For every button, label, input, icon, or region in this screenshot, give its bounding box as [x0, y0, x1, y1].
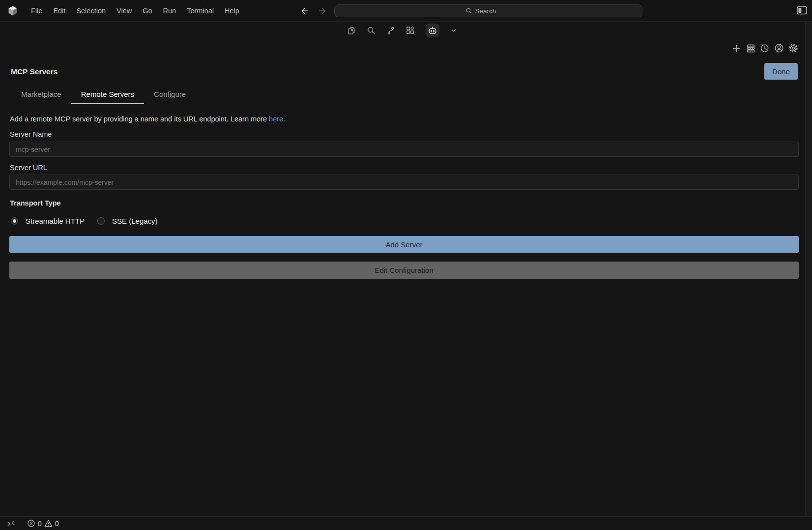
done-button[interactable]: Done [764, 63, 798, 80]
menu-terminal[interactable]: Terminal [181, 7, 219, 15]
menu-edit[interactable]: Edit [48, 7, 71, 15]
warning-icon [44, 519, 53, 528]
tab-marketplace[interactable]: Marketplace [11, 84, 71, 104]
menu-file[interactable]: File [26, 7, 48, 15]
app-window: File Edit Selection View Go Run Terminal… [0, 0, 812, 530]
page-title: MCP Servers [11, 67, 58, 76]
tabs: Marketplace Remote Servers Configure [11, 84, 196, 104]
edit-configuration-button[interactable]: Edit Configuration [9, 262, 799, 279]
server-url-label: Server URL [10, 164, 47, 172]
extensions-icon[interactable] [406, 26, 415, 35]
mcp-robot-icon[interactable] [426, 24, 439, 37]
search-tool-icon[interactable] [367, 26, 376, 35]
layout-toggle-icon[interactable] [797, 6, 807, 15]
transport-options: Streamable HTTP SSE (Legacy) [11, 216, 158, 225]
history-icon[interactable] [760, 43, 770, 54]
description-text: Add a remote MCP server by providing a n… [10, 115, 267, 123]
titlebar: File Edit Selection View Go Run Terminal… [0, 0, 812, 22]
source-control-icon[interactable] [386, 26, 395, 35]
server-name-label: Server Name [10, 130, 52, 138]
copy-pages-icon[interactable] [347, 26, 356, 35]
search-icon [465, 7, 472, 14]
problems-indicator[interactable]: 0 0 [27, 519, 59, 528]
window-actions [731, 43, 798, 54]
menubar: File Edit Selection View Go Run Terminal… [26, 0, 245, 21]
search-box[interactable] [334, 4, 642, 17]
account-icon[interactable] [774, 43, 784, 54]
radio-streamable-http[interactable] [11, 217, 18, 225]
menu-view[interactable]: View [111, 7, 137, 15]
add-server-button[interactable]: Add Server [9, 236, 799, 253]
activity-toolbar [347, 23, 457, 38]
tab-remote-servers[interactable]: Remote Servers [71, 84, 144, 104]
search-input[interactable] [475, 7, 512, 15]
warning-count: 0 [55, 520, 59, 528]
menu-run[interactable]: Run [158, 7, 182, 15]
settings-gear-icon[interactable] [788, 43, 798, 54]
forward-arrow-icon[interactable] [318, 6, 327, 16]
menu-help[interactable]: Help [219, 7, 245, 15]
menu-go[interactable]: Go [137, 7, 157, 15]
server-name-input[interactable] [9, 142, 799, 157]
error-icon [27, 519, 35, 528]
back-arrow-icon[interactable] [300, 6, 310, 16]
plus-icon[interactable] [731, 43, 741, 54]
menu-selection[interactable]: Selection [71, 7, 111, 15]
server-url-input[interactable] [9, 175, 799, 190]
transport-type-label: Transport Type [10, 199, 61, 207]
description: Add a remote MCP server by providing a n… [10, 115, 285, 123]
remote-indicator-icon[interactable] [7, 519, 15, 528]
error-count: 0 [38, 520, 42, 528]
tab-configure[interactable]: Configure [144, 84, 196, 104]
statusbar: 0 0 [0, 516, 812, 530]
radio-sse-legacy[interactable] [97, 217, 105, 225]
server-list-icon[interactable] [746, 43, 755, 54]
radio-streamable-http-label[interactable]: Streamable HTTP [26, 217, 85, 225]
radio-sse-legacy-label[interactable]: SSE (Legacy) [112, 217, 158, 225]
app-logo-icon [7, 5, 19, 17]
learn-more-link[interactable]: here. [269, 115, 285, 123]
right-panel-strip [805, 22, 812, 516]
chevron-down-icon[interactable] [450, 27, 457, 34]
